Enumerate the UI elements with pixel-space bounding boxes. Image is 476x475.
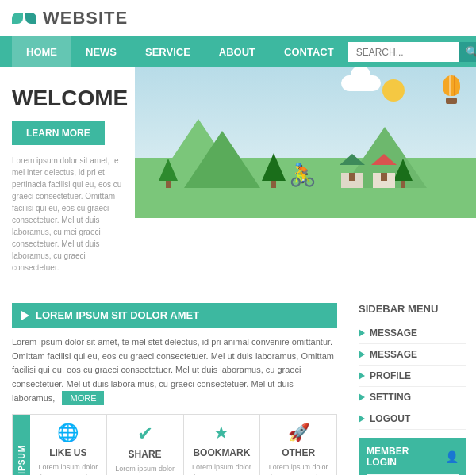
house-1	[373, 154, 397, 189]
sidebar-arrow-2	[359, 372, 365, 380]
sidebar-arrow-0	[359, 329, 365, 337]
feature-strip-text: LOREM IPSUM	[17, 445, 26, 475]
sidebar-label-1: MESSAGE	[370, 349, 417, 360]
hot-air-balloon	[443, 75, 460, 104]
house-2	[341, 154, 365, 189]
header: WEBSITE	[0, 0, 476, 36]
member-login-title: MEMBER LOGIN 👤	[367, 446, 459, 468]
ground	[135, 188, 476, 218]
sidebar-item-3[interactable]: SETTING	[359, 387, 466, 408]
nav-news[interactable]: NEWS	[71, 36, 131, 67]
cloud	[341, 75, 381, 91]
feature-box-3: 🚀 OTHER Lorem ipsum dolor sit amet, te m…	[260, 415, 336, 475]
feature-desc-1: Lorem ipsum dolor sit amet, te me inter …	[113, 464, 177, 475]
sun	[382, 79, 405, 102]
sidebar-title: SIDEBAR MENU	[359, 303, 466, 315]
feature-title-0: LIKE US	[36, 447, 100, 458]
sidebar-item-2[interactable]: PROFILE	[359, 366, 466, 387]
hero-left: WELCOME LEARN MORE Lorem ipsum dolor sit…	[0, 67, 135, 293]
feature-box-1: ✔ SHARE Lorem ipsum dolor sit amet, te m…	[107, 415, 184, 475]
cyclist: 🚴	[289, 162, 317, 188]
leaf2-icon	[25, 13, 36, 24]
sidebar: SIDEBAR MENU MESSAGE MESSAGE PROFILE SET…	[349, 293, 476, 475]
sidebar-label-0: MESSAGE	[370, 328, 417, 339]
section-banner-text: LOREM IPSUM SIT DOLOR AMET	[36, 309, 199, 321]
feature-desc-2: Lorem ipsum dolor sit amet, te me inter …	[190, 462, 254, 475]
sidebar-label-2: PROFILE	[370, 370, 411, 381]
play-icon	[21, 311, 29, 320]
tree-1	[159, 159, 178, 189]
nav-home[interactable]: HOME	[12, 36, 71, 67]
learn-more-button[interactable]: LEARN MORE	[12, 121, 105, 145]
sidebar-arrow-1	[359, 351, 365, 358]
other-icon: 🚀	[267, 423, 330, 443]
sidebar-label-4: LOGOUT	[370, 413, 410, 424]
section-more-button[interactable]: MORE	[62, 391, 104, 405]
logo-text: WEBSITE	[43, 8, 128, 29]
main-area: LOREM IPSUM SIT DOLOR AMET Lorem ipsum d…	[0, 293, 476, 475]
logo-leaves	[12, 13, 36, 24]
hero-description: Lorem ipsum dolor sit amet, te mel inter…	[12, 155, 123, 274]
section-banner: LOREM IPSUM SIT DOLOR AMET	[12, 303, 337, 328]
hero-scene: 🚴	[135, 67, 476, 218]
share-icon: ✔	[113, 423, 177, 445]
sidebar-label-3: SETTING	[370, 392, 411, 403]
feature-box-0: 🌐 LIKE US Lorem ipsum dolor sit amet, te…	[30, 415, 107, 475]
sidebar-item-4[interactable]: LOGOUT	[359, 408, 466, 430]
section-text: Lorem ipsum dolor sit amet, te mel stet …	[12, 335, 337, 406]
navbar: HOME NEWS SERVICE ABOUT CONTACT 🔍	[0, 36, 476, 67]
user-icon: 👤	[445, 450, 459, 463]
mountain-2	[182, 131, 262, 190]
search-input[interactable]	[348, 42, 459, 62]
member-login: MEMBER LOGIN 👤 REMEMBER ME SIGN IN Forgo…	[359, 438, 466, 475]
feature-strip: LOREM IPSUM	[13, 415, 30, 475]
feature-boxes: 🌐 LIKE US Lorem ipsum dolor sit amet, te…	[30, 415, 336, 475]
feature-title-3: OTHER	[267, 447, 330, 458]
tree-2	[262, 153, 286, 189]
sidebar-item-0[interactable]: MESSAGE	[359, 323, 466, 344]
content-area: LOREM IPSUM SIT DOLOR AMET Lorem ipsum d…	[0, 293, 349, 475]
sidebar-item-1[interactable]: MESSAGE	[359, 344, 466, 366]
bookmark-icon: ★	[190, 423, 254, 443]
search-button[interactable]: 🔍	[459, 42, 476, 62]
sidebar-arrow-4	[359, 415, 365, 423]
search-box: 🔍	[348, 42, 476, 62]
feature-title-1: SHARE	[113, 449, 177, 460]
feature-desc-0: Lorem ipsum dolor sit amet, te me inter …	[36, 462, 100, 475]
hero-section: WELCOME LEARN MORE Lorem ipsum dolor sit…	[0, 67, 476, 293]
nav-contact[interactable]: CONTACT	[270, 36, 348, 67]
sidebar-arrow-3	[359, 393, 365, 401]
hero-title: WELCOME	[12, 87, 123, 109]
nav-about[interactable]: ABOUT	[205, 36, 270, 67]
feature-title-2: BOOKMARK	[190, 447, 254, 458]
feature-row: LOREM IPSUM 🌐 LIKE US Lorem ipsum dolor …	[12, 414, 337, 475]
like-icon: 🌐	[36, 423, 100, 443]
leaf-icon	[12, 13, 23, 24]
feature-box-2: ★ BOOKMARK Lorem ipsum dolor sit amet, t…	[184, 415, 261, 475]
feature-desc-3: Lorem ipsum dolor sit amet, te me inter …	[267, 462, 330, 475]
nav-service[interactable]: SERVICE	[131, 36, 205, 67]
